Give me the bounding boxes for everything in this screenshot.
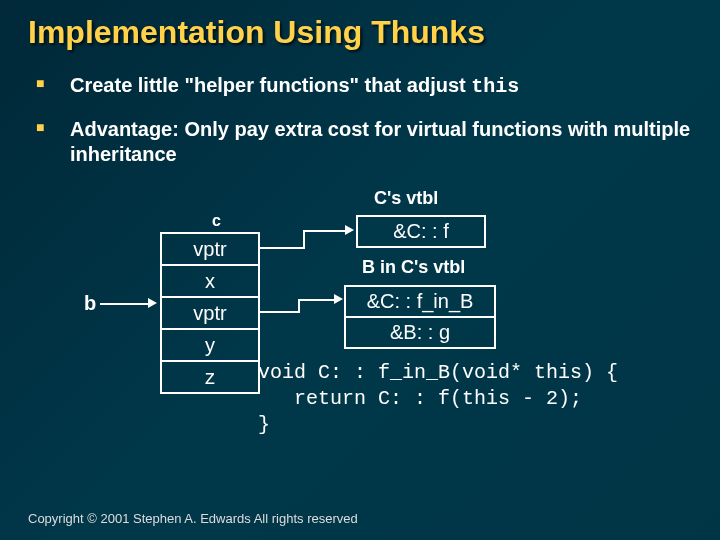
bullet-item: Advantage: Only pay extra cost for virtu… bbox=[36, 117, 692, 167]
arrow-vptr1-to-vtbl bbox=[303, 230, 305, 249]
vtbl-cell: &C: : f_in_B bbox=[346, 287, 494, 318]
code-line: } bbox=[258, 413, 270, 436]
vtbl-c-box: &C: : f bbox=[356, 215, 486, 248]
diagram: C's vtbl c b vptr x vptr y z &C: : f B i… bbox=[28, 185, 692, 455]
arrow-vptr2-to-vtbl bbox=[298, 299, 336, 301]
code-line: void C: : f_in_B(void* this) { bbox=[258, 361, 618, 384]
bullet-item: Create little "helper functions" that ad… bbox=[36, 73, 692, 99]
arrow-vptr1-to-vtbl bbox=[303, 230, 347, 232]
vtbl-cell: &C: : f bbox=[358, 217, 484, 246]
arrow-b-to-vptr bbox=[100, 303, 150, 305]
vtbl-b-box: &C: : f_in_B &B: : g bbox=[344, 285, 496, 349]
object-cell: y bbox=[162, 330, 258, 362]
object-cell: z bbox=[162, 362, 258, 392]
arrowhead-icon bbox=[334, 294, 343, 304]
arrowhead-icon bbox=[148, 298, 157, 308]
label-c: c bbox=[212, 212, 221, 230]
label-c-vtbl: C's vtbl bbox=[374, 188, 438, 209]
copyright: Copyright © 2001 Stephen A. Edwards All … bbox=[28, 511, 358, 526]
arrow-vptr2-to-vtbl bbox=[260, 311, 300, 313]
label-b: b bbox=[84, 292, 96, 315]
bullet-code: this bbox=[471, 75, 519, 98]
slide-title: Implementation Using Thunks bbox=[28, 14, 692, 51]
object-cell: x bbox=[162, 266, 258, 298]
bullet-text: Advantage: Only pay extra cost for virtu… bbox=[70, 118, 690, 165]
object-cell: vptr bbox=[162, 298, 258, 330]
label-b-in-c-vtbl: B in C's vtbl bbox=[362, 257, 465, 278]
bullet-list: Create little "helper functions" that ad… bbox=[36, 73, 692, 167]
object-cell: vptr bbox=[162, 234, 258, 266]
bullet-text: Create little "helper functions" that ad… bbox=[70, 74, 471, 96]
object-box: vptr x vptr y z bbox=[160, 232, 260, 394]
arrowhead-icon bbox=[345, 225, 354, 235]
arrow-vptr2-to-vtbl bbox=[298, 299, 300, 313]
vtbl-cell: &B: : g bbox=[346, 318, 494, 347]
arrow-vptr1-to-vtbl bbox=[260, 247, 305, 249]
code-block: void C: : f_in_B(void* this) { return C:… bbox=[258, 360, 618, 438]
code-line: return C: : f(this - 2); bbox=[258, 387, 582, 410]
